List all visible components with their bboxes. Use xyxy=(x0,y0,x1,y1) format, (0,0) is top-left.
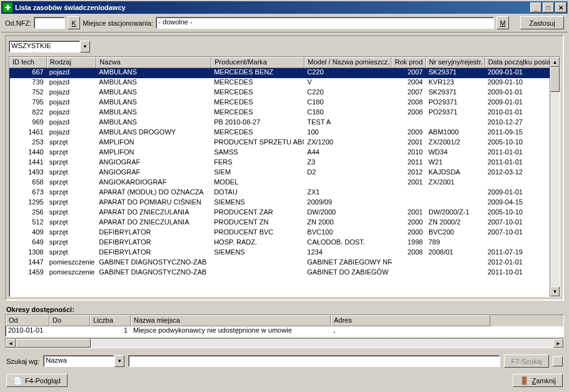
cell: 2008/01 xyxy=(426,248,485,258)
table-row[interactable]: 512sprzętAPARAT DO ZNIECZULANIAPRODUCENT… xyxy=(9,218,560,228)
availability-body[interactable]: 2010-01-011Miejsce podwykonawcy nie udos… xyxy=(6,326,563,336)
m-button[interactable]: M xyxy=(496,16,509,29)
table-row[interactable]: 256sprzętAPARAT DO ZNIECZULANIAPRODUCENT… xyxy=(9,208,560,218)
table-row[interactable]: 1447pomieszczenieGABINET DIAGNOSTYCZNO-Z… xyxy=(9,258,560,268)
cell: 2001 xyxy=(392,178,426,188)
chevron-down-icon[interactable]: ▼ xyxy=(80,41,90,53)
minimize-button[interactable]: _ xyxy=(530,3,541,13)
cell: 2009-01-01 xyxy=(485,188,560,198)
horizontal-scrollbar[interactable]: ◄ ► xyxy=(5,338,564,348)
cell: 2009-01-01 xyxy=(485,68,560,78)
category-combo-value: WSZYSTKIE xyxy=(9,41,80,53)
col-data[interactable]: Data początku posiadania xyxy=(485,57,560,68)
cell: 2005-10-10 xyxy=(485,138,560,148)
table-row[interactable]: 1308sprzętDEFIBRYLATORSIEMENS12342008200… xyxy=(9,248,560,258)
k-button[interactable]: K xyxy=(68,16,80,29)
col-id[interactable]: ID tech xyxy=(9,57,47,68)
cell: D2 xyxy=(305,168,391,178)
scroll-track[interactable] xyxy=(550,67,560,286)
cell: AMBULANS xyxy=(96,108,211,118)
miejsce-input[interactable]: - dowolne - xyxy=(156,17,494,29)
availability-grid: Od Do Liczba Nazwa miejsca Adres 2010-01… xyxy=(5,314,564,337)
scroll-thumb[interactable] xyxy=(550,67,560,92)
table-row[interactable]: 1295sprzętAPARAT DO POMIARU CIŚNIENSIEME… xyxy=(9,198,560,208)
cell: KVR123 xyxy=(426,78,485,88)
cell: PRODUCENT SPRZETU ABC xyxy=(211,138,305,148)
cell: 2009-01-01 xyxy=(485,98,560,108)
hscroll-thumb[interactable] xyxy=(16,339,91,348)
cell: DOTAU xyxy=(211,188,305,198)
cell: 253 xyxy=(9,138,47,148)
search-input[interactable] xyxy=(128,355,500,367)
cell: PO29371 xyxy=(426,98,485,108)
cell: MERCEDES BENZ xyxy=(211,68,305,78)
cell: 667 xyxy=(9,68,47,78)
scroll-up-icon[interactable]: ▲ xyxy=(550,57,560,67)
cell: BVC100 xyxy=(305,228,391,238)
cell xyxy=(392,188,426,198)
cell: AMBULANS xyxy=(96,98,211,108)
table-row[interactable]: 673sprzętAPARAT (MODUŁ) DO OZNACZADOTAUZ… xyxy=(9,188,560,198)
table-row[interactable]: 1493sprzętANGIOGRAFSIEMD22012KAJDSDA2012… xyxy=(9,168,560,178)
search-by-combo[interactable]: Nazwa ▼ xyxy=(43,355,124,368)
cell: 2008 xyxy=(392,98,426,108)
search-button[interactable]: F7-Szukaj xyxy=(504,354,549,368)
table-row[interactable]: 658sprzętANGIOKARDIOGRAFMODEL2001ZX/2001 xyxy=(9,178,560,188)
close-app-button[interactable]: 🚪 Zamknij xyxy=(513,374,563,387)
apply-button[interactable]: Zastosuj xyxy=(520,16,564,29)
scroll-down-icon[interactable]: ▼ xyxy=(550,286,560,296)
table-row[interactable]: 1440sprzętAMPLIFONSAMSSA442010WD342011-0… xyxy=(9,148,560,158)
table-row[interactable]: 667pojazdAMBULANSMERCEDES BENZC2202007SK… xyxy=(9,68,560,78)
close-button[interactable]: ✕ xyxy=(555,3,566,13)
chevron-down-icon[interactable]: ▼ xyxy=(114,355,124,367)
cell: pomieszczenie xyxy=(47,268,97,278)
vertical-scrollbar[interactable]: ▲ ▼ xyxy=(550,57,560,296)
acol-nazwa[interactable]: Nazwa miejsca xyxy=(131,315,331,326)
cell: TEST A xyxy=(305,118,391,128)
table-row[interactable]: 969pojazdAMBULANSPB 2010-08-27TEST A2010… xyxy=(9,118,560,128)
availability-heading: Okresy dostępności: xyxy=(1,303,568,314)
table-row[interactable]: 2010-01-011Miejsce podwykonawcy nie udos… xyxy=(6,326,563,336)
acol-do[interactable]: Do xyxy=(49,315,90,326)
col-model[interactable]: Model / Nazwa pomieszcz. xyxy=(305,57,391,68)
table-row[interactable]: 795pojazdAMBULANSMERCEDESC1802008PO29371… xyxy=(9,98,560,108)
od-nfz-input[interactable] xyxy=(34,17,65,29)
cell: 409 xyxy=(9,228,47,238)
scroll-right-icon[interactable]: ► xyxy=(553,339,563,348)
table-row[interactable]: 1441sprzętANGIOGRAFFERSZ32011W212011-01-… xyxy=(9,158,560,168)
table-row[interactable]: 822pojazdAMBULANSMERCEDESC1802008PO29371… xyxy=(9,108,560,118)
col-rodzaj[interactable]: Rodzaj xyxy=(47,57,97,68)
cell: APARAT DO ZNIECZULANIA xyxy=(96,208,211,218)
hscroll-track[interactable] xyxy=(16,339,553,348)
table-row[interactable]: 253sprzętAMPLIFONPRODUCENT SPRZETU ABCZX… xyxy=(9,138,560,148)
cell: AMBULANS xyxy=(96,78,211,88)
table-row[interactable]: 752pojazdAMBULANSMERCEDESC2202007SK29371… xyxy=(9,88,560,98)
cell: 2001 xyxy=(392,208,426,218)
cell: ABM1000 xyxy=(426,128,485,138)
table-row[interactable]: 1461pojazdAMBULANS DROGOWYMERCEDES100200… xyxy=(9,128,560,138)
cell: AMBULANS xyxy=(96,68,211,78)
col-rok[interactable]: Rok prod xyxy=(391,57,426,68)
acol-adres[interactable]: Adres xyxy=(331,315,490,326)
cell: ANGIOGRAF xyxy=(96,158,211,168)
cell xyxy=(485,238,560,248)
scroll-left-icon[interactable]: ◄ xyxy=(6,339,16,348)
cell: pojazd xyxy=(47,68,97,78)
col-nazwa[interactable]: Nazwa xyxy=(96,57,211,68)
cell: HOSP. RADZ. xyxy=(211,238,305,248)
resize-grip-icon xyxy=(553,356,563,366)
category-combo[interactable]: WSZYSTKIE ▼ xyxy=(9,40,90,53)
col-prod[interactable]: Producent/Marka xyxy=(211,57,305,68)
maximize-button[interactable]: □ xyxy=(543,3,554,13)
table-row[interactable]: 409sprzętDEFIBRYLATORPRODUCENT BVCBVC100… xyxy=(9,228,560,238)
search-label: Szukaj wg: xyxy=(6,358,39,365)
col-nr[interactable]: Nr seryjny/rejestr. xyxy=(426,57,485,68)
grid-body[interactable]: 667pojazdAMBULANSMERCEDES BENZC2202007SK… xyxy=(9,68,560,296)
table-row[interactable]: 649sprzętDEFIBRYLATORHOSP. RADZ.CAŁODOB.… xyxy=(9,238,560,248)
table-row[interactable]: 739pojazdAMBULANSMERCEDESV2004KVR1232009… xyxy=(9,78,560,88)
table-row[interactable]: 1459pomieszczenieGABINET DIAGNOSTYCZNO-Z… xyxy=(9,268,560,278)
acol-liczba[interactable]: Liczba xyxy=(90,315,131,326)
acol-od[interactable]: Od xyxy=(6,315,49,326)
preview-button[interactable]: 📄 F4-Podgląd xyxy=(6,374,68,387)
main-panel: WSZYSTKIE ▼ ID tech Rodzaj Nazwa Produce… xyxy=(5,35,564,301)
